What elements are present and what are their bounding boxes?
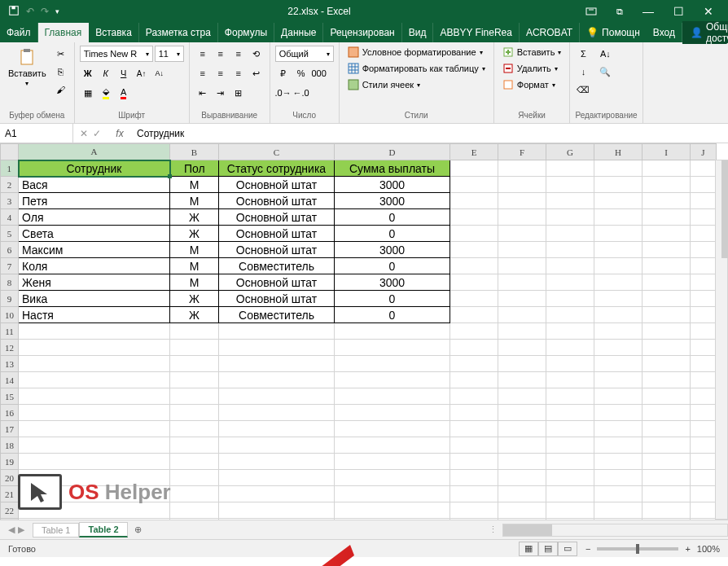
- indent-dec-icon[interactable]: ⇤: [195, 85, 211, 101]
- cell-E12[interactable]: [450, 340, 498, 356]
- sheet-nav-next-icon[interactable]: ▶: [18, 524, 24, 535]
- cell-F5[interactable]: [498, 226, 546, 242]
- cell-F20[interactable]: [498, 470, 546, 486]
- cell-A19[interactable]: [19, 454, 170, 470]
- cell-A13[interactable]: [19, 356, 170, 372]
- cell-J11[interactable]: [691, 323, 717, 340]
- clear-icon[interactable]: ⌫: [575, 81, 591, 98]
- fill-icon[interactable]: ↓: [575, 64, 591, 80]
- cell-I19[interactable]: [642, 454, 691, 470]
- cell-G16[interactable]: [546, 405, 594, 421]
- cell-B12[interactable]: [170, 340, 219, 356]
- cell-I11[interactable]: [642, 323, 691, 340]
- cell-C7[interactable]: Совместитель: [219, 258, 335, 274]
- select-all-corner[interactable]: [1, 144, 19, 160]
- cell-J15[interactable]: [691, 388, 717, 405]
- cell-I8[interactable]: [642, 274, 691, 291]
- currency-icon[interactable]: ₽: [275, 65, 292, 81]
- cell-E19[interactable]: [450, 454, 498, 470]
- column-header-C[interactable]: C: [219, 144, 335, 160]
- tab-data[interactable]: Данные: [274, 23, 323, 42]
- align-top-icon[interactable]: ≡: [195, 46, 211, 62]
- cell-G18[interactable]: [546, 437, 594, 454]
- cell-C19[interactable]: [219, 454, 335, 470]
- cell-I12[interactable]: [642, 340, 691, 356]
- cell-D16[interactable]: [335, 405, 450, 421]
- cell-E16[interactable]: [450, 405, 498, 421]
- cell-B4[interactable]: Ж: [170, 209, 219, 226]
- cell-D8[interactable]: 3000: [335, 274, 450, 291]
- cell-F2[interactable]: [498, 177, 546, 193]
- row-header-20[interactable]: 20: [1, 470, 19, 486]
- fill-color-button[interactable]: ⬙: [98, 85, 114, 101]
- cell-G15[interactable]: [546, 388, 594, 405]
- cell-B10[interactable]: Ж: [170, 307, 219, 323]
- cell-D18[interactable]: [335, 437, 450, 454]
- cell-G10[interactable]: [546, 307, 594, 323]
- sort-filter-icon[interactable]: A↓: [594, 46, 616, 62]
- tab-formulas[interactable]: Формулы: [218, 23, 274, 42]
- cell-B7[interactable]: М: [170, 258, 219, 274]
- zoom-in-button[interactable]: +: [685, 544, 690, 554]
- cell-J12[interactable]: [691, 340, 717, 356]
- cell-D2[interactable]: 3000: [335, 177, 450, 193]
- cell-I20[interactable]: [642, 470, 691, 486]
- cell-H22[interactable]: [594, 502, 642, 519]
- row-header-9[interactable]: 9: [1, 291, 19, 307]
- cell-E6[interactable]: [450, 242, 498, 258]
- enter-formula-icon[interactable]: ✓: [93, 128, 101, 139]
- cell-C16[interactable]: [219, 405, 335, 421]
- cell-J1[interactable]: [691, 160, 717, 177]
- tab-view[interactable]: Вид: [402, 23, 434, 42]
- underline-button[interactable]: Ч: [116, 65, 132, 81]
- cell-D20[interactable]: [335, 470, 450, 486]
- cell-I4[interactable]: [642, 209, 691, 226]
- cell-D5[interactable]: 0: [335, 226, 450, 242]
- cell-B22[interactable]: [170, 502, 219, 519]
- cell-C1[interactable]: Статус сотрудника: [219, 160, 335, 177]
- cell-G3[interactable]: [546, 193, 594, 209]
- cell-I2[interactable]: [642, 177, 691, 193]
- cell-I5[interactable]: [642, 226, 691, 242]
- view-break-icon[interactable]: ▭: [558, 542, 577, 556]
- cell-D15[interactable]: [335, 388, 450, 405]
- cell-H7[interactable]: [594, 258, 642, 274]
- cell-D21[interactable]: [335, 486, 450, 502]
- cell-J7[interactable]: [691, 258, 717, 274]
- add-sheet-button[interactable]: ⊕: [128, 524, 148, 535]
- share-button[interactable]: 👤Общий доступ: [682, 21, 728, 44]
- cell-F12[interactable]: [498, 340, 546, 356]
- cell-G20[interactable]: [546, 470, 594, 486]
- close-button[interactable]: ✕: [704, 5, 713, 18]
- cell-G12[interactable]: [546, 340, 594, 356]
- cell-A6[interactable]: Максим: [19, 242, 170, 258]
- cell-G4[interactable]: [546, 209, 594, 226]
- view-normal-icon[interactable]: ▦: [519, 542, 538, 556]
- row-header-10[interactable]: 10: [1, 307, 19, 323]
- cell-E15[interactable]: [450, 388, 498, 405]
- italic-button[interactable]: К: [98, 65, 114, 81]
- row-header-22[interactable]: 22: [1, 502, 19, 519]
- cell-F8[interactable]: [498, 274, 546, 291]
- font-name-combo[interactable]: Times New R▾: [80, 46, 153, 62]
- cell-B13[interactable]: [170, 356, 219, 372]
- cell-H21[interactable]: [594, 486, 642, 502]
- cell-J4[interactable]: [691, 209, 717, 226]
- cell-D12[interactable]: [335, 340, 450, 356]
- sheet-nav-prev-icon[interactable]: ◀: [8, 524, 15, 535]
- cell-C15[interactable]: [219, 388, 335, 405]
- column-header-A[interactable]: A: [19, 144, 170, 160]
- save-icon[interactable]: [8, 5, 20, 19]
- cell-J20[interactable]: [691, 470, 717, 486]
- cell-B9[interactable]: Ж: [170, 291, 219, 307]
- cell-J22[interactable]: [691, 502, 717, 519]
- cell-F7[interactable]: [498, 258, 546, 274]
- cell-B21[interactable]: [170, 486, 219, 502]
- column-header-G[interactable]: G: [546, 144, 594, 160]
- cell-B3[interactable]: М: [170, 193, 219, 209]
- decimal-inc-icon[interactable]: .0→: [275, 85, 292, 101]
- cell-H8[interactable]: [594, 274, 642, 291]
- cell-J10[interactable]: [691, 307, 717, 323]
- cell-E14[interactable]: [450, 372, 498, 388]
- cell-I21[interactable]: [642, 486, 691, 502]
